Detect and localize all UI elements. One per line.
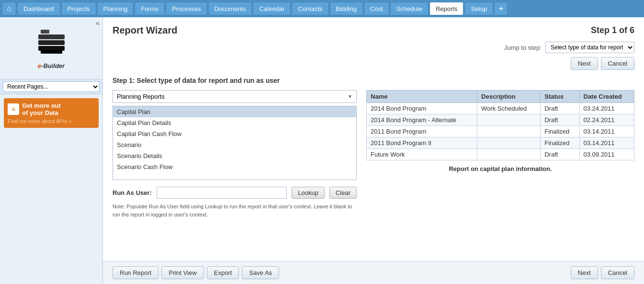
table-cell-description	[477, 114, 541, 126]
logo-area: e-Builder	[0, 17, 102, 80]
list-item-capital-plan-details[interactable]: Capital Plan Details	[113, 117, 356, 128]
table-cell-description	[477, 126, 541, 137]
col-name[interactable]: Name	[367, 91, 477, 103]
api-icon: ≡	[8, 103, 19, 115]
save-as-button[interactable]: Save As	[242, 266, 279, 279]
list-item-scenario[interactable]: Scenario	[113, 139, 356, 150]
table-row: 2011 Bond Program IIFinalized03.14.2011	[367, 137, 634, 149]
top-buttons: Next Cancel	[113, 57, 634, 70]
report-type-value: Planning Reports	[117, 93, 165, 100]
nav-projects[interactable]: Projects	[61, 2, 96, 15]
top-next-button[interactable]: Next	[571, 57, 598, 70]
nav-schedule[interactable]: Schedule	[390, 2, 429, 15]
table-cell-description	[477, 137, 541, 149]
table-cell-name: 2011 Bond Program	[367, 126, 477, 137]
report-list-box: Capital Plan Capital Plan Details Capita…	[113, 106, 357, 180]
jump-to-step-row: Jump to step: Select type of data for re…	[113, 42, 634, 53]
api-title-line1: Get more out	[22, 102, 61, 109]
export-button[interactable]: Export	[207, 266, 239, 279]
bottom-next-button[interactable]: Next	[571, 266, 598, 279]
run-as-label: Run As User:	[113, 189, 152, 196]
table-cell-status: Finalized	[541, 137, 579, 149]
api-banner[interactable]: ≡ Get more out of your Data Find out mor…	[4, 98, 99, 128]
home-button[interactable]: ⌂	[2, 2, 16, 15]
nav-cost[interactable]: Cost	[364, 2, 389, 15]
table-cell-status: Draft	[541, 149, 579, 160]
top-cancel-button[interactable]: Cancel	[601, 57, 634, 70]
table-cell-name[interactable]: 2011 Bond Program II	[367, 137, 477, 149]
table-cell-status: Draft	[541, 114, 579, 126]
list-item-scenario-cash-flow[interactable]: Scenario Cash Flow	[113, 161, 356, 172]
nav-bidding[interactable]: Bidding	[330, 2, 363, 15]
list-item-scenario-details[interactable]: Scenario Details	[113, 150, 356, 161]
table-caption: Report on capital plan information.	[366, 165, 634, 172]
svg-rect-1	[38, 34, 65, 39]
table-cell-name[interactable]: 2014 Bond Program - Alternate	[367, 114, 477, 126]
wizard-title: Report Wizard	[113, 25, 177, 36]
table-cell-description: Work Scheduled	[477, 103, 541, 114]
col-date-created: Date Created	[579, 91, 634, 103]
table-row: 2014 Bond Program - AlternateDraft02.24.…	[367, 114, 634, 126]
sidebar-collapse-icon[interactable]: «	[96, 19, 100, 27]
table-cell-name[interactable]: 2014 Bond Program	[367, 103, 477, 114]
nav-forms[interactable]: Forms	[135, 2, 165, 15]
svg-rect-0	[38, 40, 65, 45]
step-label: Step 1: Select type of data for report a…	[113, 77, 634, 84]
table-cell-date: 02.24.2011	[579, 114, 634, 126]
list-item-capital-plan[interactable]: Capital Plan	[113, 106, 356, 117]
bottom-left-btns: Run Report Print View Export Save As	[113, 266, 279, 279]
table-cell-date: 03.14.2011	[579, 126, 634, 137]
table-row: Future WorkDraft03.09.2011	[367, 149, 634, 160]
nav-planning[interactable]: Planning	[97, 2, 134, 15]
top-navigation: ⌂ Dashboard Projects Planning Forms Proc…	[0, 0, 644, 17]
table-cell-status: Draft	[541, 103, 579, 114]
col-description: Description	[477, 91, 541, 103]
dropdown-arrow-icon: ▼	[348, 94, 352, 99]
clear-button[interactable]: Clear	[329, 187, 357, 199]
wizard-body: Planning Reports ▼ Capital Plan Capital …	[113, 90, 634, 218]
table-cell-date: 03.09.2011	[579, 149, 634, 160]
jump-label: Jump to step:	[504, 44, 542, 51]
svg-rect-3	[41, 30, 49, 34]
api-title-line2: of your Data	[22, 109, 61, 116]
table-cell-status: Finalized	[541, 126, 579, 137]
bottom-right-btns: Next Cancel	[571, 266, 634, 279]
capital-plan-table: Name Description Status Date Created 201…	[366, 90, 634, 160]
run-report-button[interactable]: Run Report	[113, 266, 158, 279]
main-layout: « e-Builder Recent Pages...	[0, 17, 644, 284]
api-banner-title: ≡ Get more out of your Data	[8, 102, 95, 116]
nav-reports[interactable]: Reports	[429, 2, 464, 15]
nav-processes[interactable]: Processes	[166, 2, 207, 15]
nav-calendar[interactable]: Calendar	[253, 2, 291, 15]
bottom-buttons: Run Report Print View Export Save As Nex…	[103, 261, 644, 284]
col-status: Status	[541, 91, 579, 103]
nav-documents[interactable]: Documents	[208, 2, 252, 15]
nav-contacts[interactable]: Contacts	[292, 2, 328, 15]
run-as-user-row: Run As User: Lookup Clear	[113, 187, 357, 199]
wizard-header: Report Wizard Step 1 of 6	[113, 25, 634, 36]
table-cell-date: 03.14.2011	[579, 137, 634, 149]
right-panel: Name Description Status Date Created 201…	[366, 90, 634, 218]
left-panel: Planning Reports ▼ Capital Plan Capital …	[113, 90, 357, 218]
lookup-button[interactable]: Lookup	[292, 187, 325, 199]
api-link[interactable]: Find out more about APIs »	[8, 118, 95, 124]
report-type-dropdown[interactable]: Planning Reports ▼	[113, 90, 357, 103]
recent-pages-row: Recent Pages...	[0, 80, 102, 94]
bottom-cancel-button[interactable]: Cancel	[601, 266, 634, 279]
run-as-input[interactable]	[157, 187, 287, 199]
logo-text: e-Builder	[36, 58, 67, 71]
add-button[interactable]: +	[494, 2, 508, 15]
step-indicator: Step 1 of 6	[591, 25, 634, 35]
recent-pages-select[interactable]: Recent Pages...	[3, 81, 100, 92]
table-cell-date: 03.24.2011	[579, 103, 634, 114]
table-row: 2014 Bond ProgramWork ScheduledDraft03.2…	[367, 103, 634, 114]
nav-dashboard[interactable]: Dashboard	[17, 2, 60, 15]
report-type-wrapper: Planning Reports ▼	[113, 90, 357, 103]
run-as-note: Note: Populate Run As User field using L…	[113, 203, 357, 218]
jump-to-step-select[interactable]: Select type of data for report	[545, 42, 634, 53]
nav-setup[interactable]: Setup	[464, 2, 493, 15]
list-item-capital-plan-cash-flow[interactable]: Capital Plan Cash Flow	[113, 128, 356, 139]
print-view-button[interactable]: Print View	[161, 266, 203, 279]
logo-icon	[36, 26, 67, 57]
table-cell-description	[477, 149, 541, 160]
